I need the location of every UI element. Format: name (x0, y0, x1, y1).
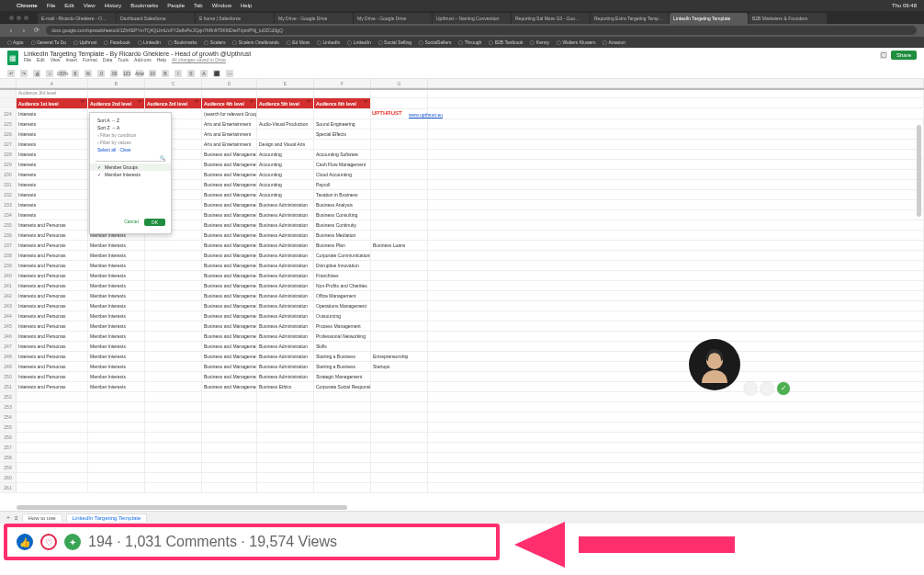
cell[interactable] (145, 362, 202, 372)
audience-header[interactable]: Audience 5th level (257, 98, 314, 109)
cell[interactable] (88, 453, 145, 463)
cell[interactable] (202, 423, 257, 433)
toolbar-button[interactable]: .0 (97, 70, 105, 77)
cell[interactable]: Interests and Personas (17, 332, 88, 342)
cell[interactable]: Business Plan (314, 241, 371, 251)
filter-condition[interactable]: › Filter by condition (90, 131, 171, 139)
row-header[interactable]: 256 (0, 433, 17, 443)
cell[interactable] (145, 382, 202, 392)
cell[interactable] (145, 453, 202, 463)
filter-values[interactable]: › Filter by values (90, 139, 171, 146)
cell[interactable] (428, 453, 924, 463)
cell[interactable] (145, 402, 202, 412)
cell[interactable] (202, 433, 257, 443)
audience-header[interactable]: Audience 3rd level (145, 98, 202, 109)
cell[interactable]: Business Consulting (314, 210, 371, 220)
filter-dropdown[interactable]: Sort A → Z Sort Z → A › Filter by condit… (89, 112, 172, 234)
cell[interactable] (428, 433, 924, 443)
cell[interactable]: Business and Management (202, 261, 257, 271)
bookmark-item[interactable]: ▢ Scalers Onelbrands (232, 39, 278, 45)
cell[interactable] (145, 433, 202, 443)
cell[interactable] (145, 291, 202, 301)
cell[interactable]: Member Interests (88, 382, 145, 392)
browser-tab[interactable]: Upthrust – Naming Convention (433, 13, 511, 24)
share-button[interactable]: Share (891, 51, 917, 60)
cell[interactable]: Interests and Personas (17, 311, 88, 321)
vertical-scrollbar[interactable] (917, 116, 922, 503)
cell[interactable]: Business Administration (257, 251, 314, 261)
window-controls[interactable] (9, 16, 28, 20)
toolbar-button[interactable]: 100% (59, 70, 66, 77)
cell[interactable]: Business Administration (257, 291, 314, 301)
select-all-clear[interactable]: Select all · Clear (90, 146, 171, 153)
cell[interactable]: Member Interests (88, 342, 145, 352)
comment-icon[interactable]: 💬 (880, 51, 887, 59)
row-header[interactable]: 224 (0, 109, 17, 119)
url-input[interactable]: docs.google.com/spreadsheets/d/1ZhKEPYmT… (46, 26, 917, 35)
cell[interactable]: Arts and Entertainment (202, 140, 257, 150)
cell[interactable]: Business Ethics (257, 382, 314, 392)
cell[interactable] (145, 342, 202, 352)
spreadsheet[interactable]: ABCDEFGAudience 3rd levelAudience 1st le… (0, 79, 924, 524)
cell[interactable] (17, 473, 88, 483)
toolbar-button[interactable]: 10 (149, 70, 156, 77)
row-header[interactable]: 244 (0, 311, 17, 321)
cell[interactable] (371, 311, 428, 321)
row-header[interactable]: 247 (0, 342, 17, 352)
cell[interactable]: Business and Management (202, 271, 257, 281)
reload-button[interactable]: ⟳ (33, 27, 40, 34)
cell[interactable]: Business and Management (202, 210, 257, 220)
cell[interactable]: Member Interests (88, 321, 145, 332)
bookmark-item[interactable]: ▢ Wolters Kluwers (557, 39, 595, 45)
cell[interactable] (314, 402, 371, 412)
browser-tab[interactable]: My Drive - Google Drive (275, 13, 353, 24)
presenter-btn-2[interactable] (761, 382, 773, 395)
cell[interactable]: Process Management (314, 321, 371, 332)
cell[interactable]: Business Administration (257, 342, 314, 352)
menu-people[interactable]: People (167, 3, 185, 8)
cell[interactable] (17, 412, 88, 423)
cell[interactable]: Member Interests (88, 372, 145, 382)
browser-tab[interactable]: My Drive - Google Drive (354, 13, 432, 24)
cell[interactable]: Interests (17, 140, 88, 150)
filter-opt-member-interests[interactable]: ✓Member Interests (90, 171, 171, 178)
cell[interactable] (428, 483, 924, 493)
cell[interactable]: Interests (17, 170, 88, 180)
cell[interactable]: Interests and Personas (17, 372, 88, 382)
sheets-menu-item[interactable]: View (51, 57, 61, 62)
cell[interactable] (428, 443, 924, 453)
row-header[interactable]: 235 (0, 220, 17, 231)
cell[interactable] (371, 119, 428, 130)
cell[interactable]: Design and Visual Arts (257, 140, 314, 150)
cell[interactable]: Interests and Personas (17, 362, 88, 372)
cell[interactable] (145, 281, 202, 291)
bookmark-item[interactable]: ▢ Amazon (603, 39, 625, 45)
cell[interactable]: Accounting (257, 160, 314, 170)
cell[interactable] (88, 423, 145, 433)
cell[interactable]: Interests and Personas (17, 382, 88, 392)
toolbar-button[interactable]: ⎌ (46, 70, 53, 77)
cell[interactable]: Business and Management (202, 372, 257, 382)
sheet-tab-howto[interactable]: How to use (22, 513, 62, 522)
sheet-tab-active[interactable]: LinkedIn Targeting Template (66, 513, 148, 522)
cell[interactable]: Interests (17, 160, 88, 170)
cell[interactable] (371, 160, 428, 170)
filter-search[interactable]: 🔍 (96, 155, 165, 162)
sort-az[interactable]: Sort A → Z (90, 117, 171, 124)
cell[interactable]: Business and Management (202, 251, 257, 261)
cell[interactable]: Business Administration (257, 200, 314, 210)
cell[interactable] (314, 473, 371, 483)
row-header[interactable]: 254 (0, 412, 17, 423)
column-header[interactable]: A (17, 79, 88, 88)
cell[interactable]: Corporate Communications (314, 251, 371, 261)
row-header[interactable]: 255 (0, 423, 17, 433)
menu-bookmarks[interactable]: Bookmarks (130, 3, 158, 8)
row-header[interactable]: 242 (0, 291, 17, 301)
presenter-controls[interactable]: ✓ (744, 382, 790, 395)
cell[interactable]: Member Interests (88, 291, 145, 301)
cell[interactable]: Business and Management (202, 291, 257, 301)
cell[interactable]: Office Management (314, 291, 371, 301)
row-header[interactable]: 231 (0, 180, 17, 190)
cell[interactable] (371, 443, 428, 453)
cell[interactable]: Interests and Personas (17, 261, 88, 271)
